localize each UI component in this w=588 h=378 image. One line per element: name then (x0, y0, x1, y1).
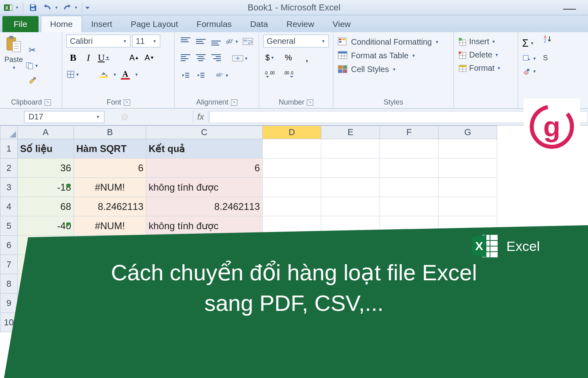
name-box[interactable]: D17▼ (24, 111, 104, 123)
cell[interactable] (263, 197, 321, 216)
tab-page-layout[interactable]: Page Layout (121, 16, 187, 32)
row-header[interactable]: 2 (0, 158, 18, 178)
cell[interactable] (439, 178, 497, 197)
underline-button[interactable]: U▼ (97, 51, 110, 64)
comma-button[interactable]: , (300, 51, 314, 64)
cell[interactable] (263, 139, 321, 158)
percent-button[interactable]: % (282, 51, 295, 64)
col-header-g[interactable]: G (439, 125, 497, 139)
undo-button[interactable] (42, 2, 53, 13)
wrap-text-button[interactable]: ab (241, 35, 255, 48)
cell[interactable]: #NUM! (74, 178, 146, 197)
cell[interactable] (439, 216, 497, 236)
merge-center-button[interactable]: ▼ (230, 51, 250, 65)
tab-file[interactable]: File (2, 16, 39, 32)
cell[interactable]: -40 (18, 216, 74, 236)
cell[interactable]: 6 (146, 158, 263, 178)
undo-dropdown-icon[interactable]: ▼ (55, 6, 58, 10)
cell[interactable]: 8.2462113 (146, 197, 263, 216)
insert-cells-button[interactable]: Insert▼ (458, 37, 514, 46)
row-header[interactable]: 7 (0, 255, 18, 274)
format-painter-button[interactable] (26, 75, 39, 86)
font-dialog-launcher[interactable] (124, 99, 130, 106)
cell[interactable]: 6 (74, 158, 146, 178)
conditional-formatting-button[interactable]: Conditional Formatting▼ (337, 37, 449, 47)
cell[interactable]: không tính được (146, 178, 263, 197)
orientation-2-button[interactable]: ab ▼ (215, 68, 229, 82)
row-header[interactable]: 10 (0, 313, 18, 332)
cell[interactable] (263, 236, 321, 255)
cell[interactable] (439, 139, 497, 158)
clear-button[interactable]: ▼ (522, 67, 550, 75)
italic-button[interactable]: I (82, 51, 95, 64)
bold-button[interactable]: B (66, 51, 80, 64)
cell[interactable]: Kết quả (146, 139, 263, 158)
cell[interactable]: -18 (18, 178, 74, 197)
cell[interactable]: Số liệu (18, 139, 74, 158)
col-header-b[interactable]: B (74, 125, 146, 139)
sort-filter-button[interactable]: AZ (543, 35, 553, 44)
cell[interactable] (439, 197, 497, 216)
font-color-button[interactable]: A (118, 68, 132, 81)
align-left-button[interactable] (179, 51, 192, 65)
cell[interactable] (380, 158, 439, 178)
app-menu-dropdown-icon[interactable]: ▼ (15, 6, 19, 10)
format-cells-button[interactable]: Format▼ (458, 64, 514, 73)
cell[interactable] (321, 236, 380, 255)
cell[interactable]: 68 (18, 197, 74, 216)
cell[interactable] (321, 197, 380, 216)
font-name-combo[interactable]: Calibri▼ (66, 35, 131, 47)
number-format-combo[interactable]: General▼ (263, 35, 329, 47)
font-size-combo[interactable]: 11▼ (132, 35, 160, 47)
cell[interactable]: 36 (18, 158, 74, 178)
cell[interactable] (263, 178, 321, 197)
cell[interactable]: không tính được (146, 216, 263, 236)
cell[interactable] (380, 216, 439, 236)
redo-button[interactable] (61, 2, 73, 13)
cell[interactable] (321, 216, 380, 236)
cell[interactable] (263, 216, 321, 236)
tab-insert[interactable]: Insert (82, 16, 122, 32)
row-header[interactable]: 4 (0, 197, 18, 216)
cell[interactable] (321, 178, 380, 197)
cell[interactable] (380, 139, 439, 158)
fill-color-button[interactable] (97, 68, 110, 81)
cell[interactable]: Hàm SQRT (74, 139, 146, 158)
format-as-table-button[interactable]: Format as Table▼ (337, 51, 449, 60)
align-middle-button[interactable] (194, 35, 208, 48)
align-top-button[interactable] (179, 35, 192, 48)
fill-color-dropdown-icon[interactable]: ▼ (113, 72, 117, 77)
cell[interactable]: #NUM! (74, 216, 146, 236)
row-header[interactable]: 9 (0, 294, 18, 313)
select-all-corner[interactable] (0, 125, 18, 139)
tab-view[interactable]: View (323, 16, 360, 32)
save-button[interactable] (27, 2, 39, 13)
align-center-button[interactable] (194, 51, 208, 65)
excel-app-icon[interactable]: X (2, 2, 14, 13)
increase-decimal-button[interactable]: .0.00 (263, 68, 277, 81)
grow-font-button[interactable]: A▲ (127, 51, 141, 64)
cell[interactable] (321, 139, 380, 158)
tab-review[interactable]: Review (277, 16, 323, 32)
alignment-dialog-launcher[interactable] (231, 99, 237, 106)
clipboard-dialog-launcher[interactable] (45, 99, 51, 106)
col-header-f[interactable]: F (380, 125, 439, 139)
delete-cells-button[interactable]: Delete▼ (458, 50, 514, 60)
cell[interactable] (321, 158, 380, 178)
col-header-e[interactable]: E (321, 125, 380, 139)
cell[interactable] (146, 236, 263, 255)
cell[interactable] (380, 178, 439, 197)
paste-button[interactable]: Paste ▼ (4, 35, 23, 97)
row-header[interactable]: 5 (0, 216, 18, 236)
orientation-button[interactable]: ab ▼ (225, 35, 239, 48)
minimize-icon[interactable]: — (563, 1, 576, 16)
cell[interactable] (74, 236, 146, 255)
tab-formulas[interactable]: Formulas (187, 16, 241, 32)
qat-customize-dropdown-icon[interactable]: ⏷ (85, 4, 90, 11)
col-header-a[interactable]: A (18, 125, 74, 139)
row-header[interactable]: 3 (0, 178, 18, 197)
font-color-dropdown-icon[interactable]: ▼ (135, 72, 139, 77)
col-header-c[interactable]: C (146, 125, 263, 139)
tab-data[interactable]: Data (241, 16, 277, 32)
number-dialog-launcher[interactable] (307, 99, 313, 106)
